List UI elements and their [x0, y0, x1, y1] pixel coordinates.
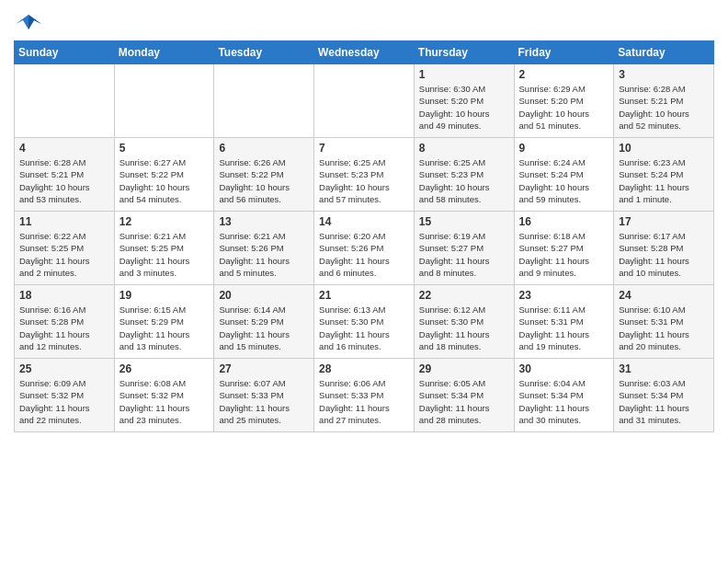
cell-info: Sunrise: 6:05 AM Sunset: 5:34 PM Dayligh… [419, 377, 509, 426]
day-number: 16 [519, 215, 609, 228]
day-number: 1 [419, 68, 509, 81]
calendar-table: SundayMondayTuesdayWednesdayThursdayFrid… [14, 40, 714, 432]
cell-info: Sunrise: 6:09 AM Sunset: 5:32 PM Dayligh… [19, 377, 109, 426]
day-number: 22 [419, 289, 509, 302]
calendar-cell: 5Sunrise: 6:27 AM Sunset: 5:22 PM Daylig… [114, 138, 214, 212]
day-number: 8 [419, 142, 509, 155]
day-number: 31 [619, 362, 709, 375]
calendar-cell: 18Sunrise: 6:16 AM Sunset: 5:28 PM Dayli… [15, 285, 115, 359]
calendar-cell: 23Sunrise: 6:11 AM Sunset: 5:31 PM Dayli… [514, 285, 614, 359]
cell-info: Sunrise: 6:11 AM Sunset: 5:31 PM Dayligh… [519, 304, 609, 352]
cell-info: Sunrise: 6:24 AM Sunset: 5:24 PM Dayligh… [519, 156, 609, 205]
weekday-header-thursday: Thursday [414, 41, 514, 64]
day-number: 30 [519, 362, 609, 375]
calendar-cell: 8Sunrise: 6:25 AM Sunset: 5:23 PM Daylig… [414, 138, 514, 212]
day-number: 13 [219, 215, 309, 228]
calendar-cell: 17Sunrise: 6:17 AM Sunset: 5:28 PM Dayli… [614, 212, 714, 285]
cell-info: Sunrise: 6:17 AM Sunset: 5:28 PM Dayligh… [619, 230, 709, 279]
day-number: 5 [119, 142, 210, 155]
day-number: 10 [619, 142, 709, 155]
calendar-cell: 4Sunrise: 6:28 AM Sunset: 5:21 PM Daylig… [15, 138, 115, 212]
day-number: 11 [19, 215, 109, 228]
cell-info: Sunrise: 6:18 AM Sunset: 5:27 PM Dayligh… [519, 230, 609, 279]
cell-info: Sunrise: 6:13 AM Sunset: 5:30 PM Dayligh… [319, 304, 409, 352]
cell-info: Sunrise: 6:23 AM Sunset: 5:24 PM Dayligh… [619, 156, 709, 205]
calendar-cell: 3Sunrise: 6:28 AM Sunset: 5:21 PM Daylig… [614, 64, 714, 138]
calendar-cell: 20Sunrise: 6:14 AM Sunset: 5:29 PM Dayli… [214, 285, 314, 359]
cell-info: Sunrise: 6:27 AM Sunset: 5:22 PM Dayligh… [119, 156, 210, 205]
cell-info: Sunrise: 6:22 AM Sunset: 5:25 PM Dayligh… [19, 230, 109, 279]
weekday-header-tuesday: Tuesday [214, 41, 314, 64]
cell-info: Sunrise: 6:30 AM Sunset: 5:20 PM Dayligh… [419, 83, 509, 132]
cell-info: Sunrise: 6:26 AM Sunset: 5:22 PM Dayligh… [219, 156, 309, 205]
logo [14, 13, 41, 33]
calendar-week-row: 25Sunrise: 6:09 AM Sunset: 5:32 PM Dayli… [15, 359, 714, 432]
calendar-cell: 9Sunrise: 6:24 AM Sunset: 5:24 PM Daylig… [514, 138, 614, 212]
calendar-cell: 28Sunrise: 6:06 AM Sunset: 5:33 PM Dayli… [314, 359, 415, 432]
calendar-cell [214, 64, 314, 138]
weekday-header-wednesday: Wednesday [314, 41, 415, 64]
day-number: 4 [19, 142, 109, 155]
day-number: 12 [119, 215, 210, 228]
calendar-cell: 21Sunrise: 6:13 AM Sunset: 5:30 PM Dayli… [314, 285, 415, 359]
cell-info: Sunrise: 6:15 AM Sunset: 5:29 PM Dayligh… [119, 304, 210, 352]
calendar-cell: 12Sunrise: 6:21 AM Sunset: 5:25 PM Dayli… [114, 212, 214, 285]
cell-info: Sunrise: 6:21 AM Sunset: 5:25 PM Dayligh… [119, 230, 210, 279]
day-number: 7 [319, 142, 409, 155]
cell-info: Sunrise: 6:28 AM Sunset: 5:21 PM Dayligh… [19, 156, 109, 205]
svg-marker-1 [28, 15, 41, 29]
calendar-cell: 30Sunrise: 6:04 AM Sunset: 5:34 PM Dayli… [514, 359, 614, 432]
weekday-header-monday: Monday [114, 41, 214, 64]
day-number: 2 [519, 68, 609, 81]
weekday-header-friday: Friday [514, 41, 614, 64]
day-number: 25 [19, 362, 109, 375]
calendar-cell: 31Sunrise: 6:03 AM Sunset: 5:34 PM Dayli… [614, 359, 714, 432]
day-number: 23 [519, 289, 609, 302]
cell-info: Sunrise: 6:03 AM Sunset: 5:34 PM Dayligh… [619, 377, 709, 426]
cell-info: Sunrise: 6:19 AM Sunset: 5:27 PM Dayligh… [419, 230, 509, 279]
calendar-cell: 19Sunrise: 6:15 AM Sunset: 5:29 PM Dayli… [114, 285, 214, 359]
cell-info: Sunrise: 6:10 AM Sunset: 5:31 PM Dayligh… [619, 304, 709, 352]
day-number: 17 [619, 215, 709, 228]
day-number: 9 [519, 142, 609, 155]
logo-bird-icon [16, 13, 41, 33]
calendar-week-row: 4Sunrise: 6:28 AM Sunset: 5:21 PM Daylig… [15, 138, 714, 212]
calendar-cell: 27Sunrise: 6:07 AM Sunset: 5:33 PM Dayli… [214, 359, 314, 432]
cell-info: Sunrise: 6:14 AM Sunset: 5:29 PM Dayligh… [219, 304, 309, 352]
cell-info: Sunrise: 6:21 AM Sunset: 5:26 PM Dayligh… [219, 230, 309, 279]
cell-info: Sunrise: 6:07 AM Sunset: 5:33 PM Dayligh… [219, 377, 309, 426]
calendar-cell: 24Sunrise: 6:10 AM Sunset: 5:31 PM Dayli… [614, 285, 714, 359]
calendar-cell: 29Sunrise: 6:05 AM Sunset: 5:34 PM Dayli… [414, 359, 514, 432]
weekday-header-sunday: Sunday [15, 41, 115, 64]
calendar-cell: 14Sunrise: 6:20 AM Sunset: 5:26 PM Dayli… [314, 212, 415, 285]
day-number: 26 [119, 362, 210, 375]
cell-info: Sunrise: 6:25 AM Sunset: 5:23 PM Dayligh… [419, 156, 509, 205]
calendar-header-row: SundayMondayTuesdayWednesdayThursdayFrid… [15, 41, 714, 64]
day-number: 27 [219, 362, 309, 375]
calendar-cell: 6Sunrise: 6:26 AM Sunset: 5:22 PM Daylig… [214, 138, 314, 212]
calendar-cell: 26Sunrise: 6:08 AM Sunset: 5:32 PM Dayli… [114, 359, 214, 432]
day-number: 6 [219, 142, 309, 155]
calendar-cell: 11Sunrise: 6:22 AM Sunset: 5:25 PM Dayli… [15, 212, 115, 285]
day-number: 29 [419, 362, 509, 375]
calendar-week-row: 18Sunrise: 6:16 AM Sunset: 5:28 PM Dayli… [15, 285, 714, 359]
cell-info: Sunrise: 6:25 AM Sunset: 5:23 PM Dayligh… [319, 156, 409, 205]
calendar-cell: 1Sunrise: 6:30 AM Sunset: 5:20 PM Daylig… [414, 64, 514, 138]
calendar-cell: 13Sunrise: 6:21 AM Sunset: 5:26 PM Dayli… [214, 212, 314, 285]
calendar-cell: 22Sunrise: 6:12 AM Sunset: 5:30 PM Dayli… [414, 285, 514, 359]
calendar-cell: 10Sunrise: 6:23 AM Sunset: 5:24 PM Dayli… [614, 138, 714, 212]
cell-info: Sunrise: 6:16 AM Sunset: 5:28 PM Dayligh… [19, 304, 109, 352]
weekday-header-saturday: Saturday [614, 41, 714, 64]
calendar-cell: 7Sunrise: 6:25 AM Sunset: 5:23 PM Daylig… [314, 138, 415, 212]
calendar-cell: 25Sunrise: 6:09 AM Sunset: 5:32 PM Dayli… [15, 359, 115, 432]
calendar-cell: 2Sunrise: 6:29 AM Sunset: 5:20 PM Daylig… [514, 64, 614, 138]
day-number: 24 [619, 289, 709, 302]
day-number: 21 [319, 289, 409, 302]
day-number: 15 [419, 215, 509, 228]
calendar-week-row: 11Sunrise: 6:22 AM Sunset: 5:25 PM Dayli… [15, 212, 714, 285]
cell-info: Sunrise: 6:08 AM Sunset: 5:32 PM Dayligh… [119, 377, 210, 426]
day-number: 3 [619, 68, 709, 81]
day-number: 28 [319, 362, 409, 375]
calendar-cell [114, 64, 214, 138]
cell-info: Sunrise: 6:06 AM Sunset: 5:33 PM Dayligh… [319, 377, 409, 426]
